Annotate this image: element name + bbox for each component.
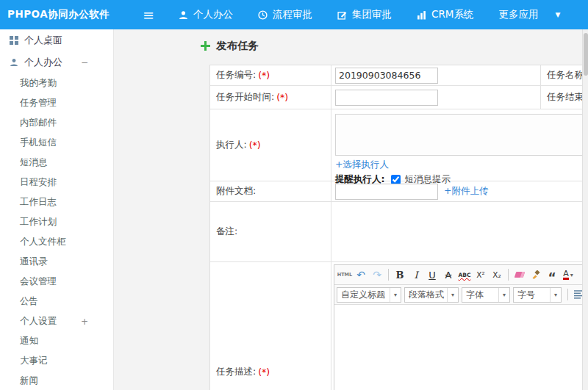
chevron-down-icon: ▾ (570, 272, 573, 278)
nav-process-approval[interactable]: 流程审批 (245, 0, 325, 29)
spellcheck-button[interactable]: ABC (456, 267, 473, 283)
nav-group-approval[interactable]: 集团审批 (325, 0, 404, 29)
underline-button[interactable]: U (424, 267, 440, 283)
sidebar-item-short-message[interactable]: 短消息 (0, 153, 113, 173)
expand-icon[interactable]: + (81, 317, 88, 327)
nav-label: 个人办公 (193, 8, 233, 21)
sidebar-item-label: 通讯录 (20, 256, 48, 268)
eraser-icon (514, 272, 526, 278)
redo-icon[interactable]: ↷ (369, 267, 385, 283)
chevron-down-icon: ▾ (447, 288, 458, 302)
form-row-remark: 备注: (210, 202, 582, 262)
user-icon (179, 10, 188, 20)
sidebar-item-label: 内部邮件 (20, 117, 57, 129)
nav-label: 流程审批 (273, 8, 312, 21)
remove-format-button[interactable] (512, 267, 528, 283)
nav-label: CRM系统 (431, 8, 473, 21)
required-mark: (*) (258, 70, 270, 81)
app-logo: PHPOA协同办公软件 (0, 8, 125, 21)
editor-toolbar-row2: 自定义标题 ▾ 段落格式 ▾ 字体 ▾ (334, 285, 582, 305)
sidebar-item-announcement[interactable]: 公告 (0, 292, 113, 311)
attachment-input[interactable] (335, 184, 438, 200)
select-label: 字号 (517, 289, 535, 301)
italic-button[interactable]: I (408, 267, 424, 283)
bold-button[interactable]: B (392, 267, 408, 283)
sidebar-item-news[interactable]: 新闻 (0, 371, 113, 390)
sidebar-item-mobile-sms[interactable]: 手机短信 (0, 133, 113, 153)
sidebar-item-work-plan[interactable]: 工作计划 (0, 212, 113, 232)
font-size-select[interactable]: 字号 ▾ (513, 287, 562, 303)
remark-label: 备注: (210, 202, 331, 261)
strikethrough-button[interactable]: A (440, 267, 456, 283)
sidebar-item-schedule[interactable]: 日程安排 (0, 173, 113, 192)
description-cell: HTML ↶ ↷ B I U A ABC X² X₂ (331, 262, 582, 390)
executor-textarea[interactable] (335, 114, 582, 156)
sidebar-item-personal-files[interactable]: 个人文件柜 (0, 232, 113, 252)
attachment-label: 附件文档: (210, 181, 331, 201)
attachment-cell: +附件上传 (331, 181, 582, 201)
sidebar-item-personal-desktop[interactable]: 个人桌面 (0, 29, 113, 51)
sidebar-item-task-management[interactable]: 任务管理 (0, 93, 113, 113)
chevron-down-icon: ▾ (390, 288, 401, 302)
sidebar-item-personal-settings[interactable]: 个人设置 + (0, 311, 113, 331)
paragraph-format-select[interactable]: 段落格式 ▾ (404, 287, 459, 303)
select-label: 自定义标题 (341, 289, 385, 301)
sidebar-item-label: 通知 (20, 335, 38, 347)
chevron-down-icon: ▾ (550, 288, 561, 302)
chevron-down-icon: ▼ (555, 11, 560, 18)
nav-label: 集团审批 (352, 8, 392, 21)
align-left-button[interactable] (571, 286, 582, 303)
collapse-icon[interactable]: − (81, 57, 88, 68)
editor-toolbar-row1: HTML ↶ ↷ B I U A ABC X² X₂ (334, 265, 582, 285)
superscript-button[interactable]: X² (473, 267, 489, 283)
clock-icon (258, 10, 268, 20)
sidebar-item-label: 工作日志 (20, 196, 57, 209)
custom-heading-select[interactable]: 自定义标题 ▾ (337, 287, 401, 303)
sidebar-item-work-log[interactable]: 工作日志 (0, 192, 113, 212)
label-text: 备注: (216, 225, 237, 238)
sidebar-item-my-attendance[interactable]: 我的考勤 (0, 73, 113, 93)
attachment-upload-link[interactable]: +附件上传 (444, 185, 488, 198)
format-painter-button[interactable] (528, 267, 544, 283)
label-text: 附件文档: (216, 185, 256, 198)
font-color-button[interactable]: A ▾ (560, 267, 576, 283)
select-label: 字体 (466, 289, 484, 301)
description-label: 任务描述: (*) (210, 262, 331, 390)
font-color-icon: A (563, 270, 569, 280)
desktop-icon (10, 36, 18, 45)
start-time-input[interactable] (335, 90, 438, 106)
label-text: 任务编号: (216, 69, 256, 82)
nav-personal-office[interactable]: 个人办公 (166, 0, 245, 29)
html-source-button[interactable]: HTML (337, 267, 353, 283)
nav-more-apps[interactable]: 更多应用 ▼ (486, 0, 573, 29)
subscript-button[interactable]: X₂ (489, 267, 505, 283)
sidebar-item-label: 个人桌面 (24, 34, 62, 47)
font-family-select[interactable]: 字体 ▾ (462, 287, 510, 303)
blockquote-button[interactable]: “ (544, 267, 560, 283)
hamburger-menu-icon[interactable]: ≡ (135, 0, 162, 29)
task-number-input[interactable] (335, 68, 438, 84)
label-text: 任务开始时间: (216, 91, 274, 104)
sidebar-item-notification[interactable]: 通知 (0, 331, 113, 351)
page-title: 发布任务 (201, 39, 259, 53)
top-navigation: 个人办公 流程审批 集团审批 CRM系统 更多应用 (166, 0, 573, 29)
task-number-cell (331, 65, 541, 85)
scrollbar-thumb[interactable] (584, 33, 588, 76)
sidebar-item-contacts[interactable]: 通讯录 (0, 252, 113, 272)
undo-icon[interactable]: ↶ (353, 267, 369, 283)
bar-chart-icon (417, 10, 426, 20)
nav-crm-system[interactable]: CRM系统 (404, 0, 486, 29)
edit-icon (337, 10, 347, 20)
sidebar-item-label: 大事记 (20, 355, 48, 367)
vertical-scrollbar[interactable] (582, 29, 588, 390)
sidebar-item-internal-mail[interactable]: 内部邮件 (0, 113, 113, 133)
editor-content-area[interactable] (334, 305, 582, 390)
sidebar-item-major-events[interactable]: 大事记 (0, 351, 113, 371)
sidebar-item-meeting-management[interactable]: 会议管理 (0, 272, 113, 292)
label-text: 任务结束时间: (547, 91, 582, 104)
sidebar-item-label: 个人办公 (24, 56, 62, 69)
required-mark: (*) (276, 92, 288, 103)
sidebar-item-personal-office[interactable]: 个人办公 − (0, 51, 113, 73)
remark-textarea[interactable] (335, 206, 582, 261)
choose-executor-link[interactable]: +选择执行人 (335, 159, 389, 170)
